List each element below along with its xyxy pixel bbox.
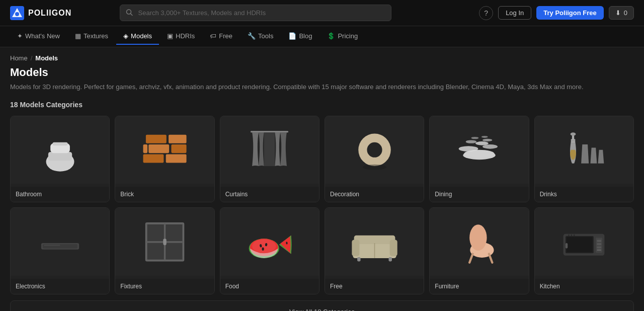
nav-textures-label: Textures xyxy=(84,32,108,40)
svg-line-59 xyxy=(489,254,492,262)
svg-point-44 xyxy=(252,239,276,253)
login-button[interactable]: Log In xyxy=(498,6,531,20)
svg-point-20 xyxy=(362,165,386,170)
category-curtains-image xyxy=(220,116,319,184)
svg-rect-55 xyxy=(388,257,391,262)
category-electronics[interactable]: Electronics xyxy=(10,207,110,294)
svg-rect-10 xyxy=(166,154,187,163)
download-button[interactable]: ⬇ 0 xyxy=(609,6,634,20)
category-drinks-label: Drinks xyxy=(535,187,633,202)
svg-point-19 xyxy=(367,142,382,158)
page-title: Models xyxy=(10,66,634,79)
nav-blog-label: Blog xyxy=(299,32,312,40)
category-bathroom-label: Bathroom xyxy=(11,187,109,202)
svg-rect-52 xyxy=(389,240,397,256)
nav-whats-new-label: What's New xyxy=(25,32,60,40)
whats-new-icon: ✦ xyxy=(17,32,23,40)
svg-rect-68 xyxy=(597,250,602,251)
nav-free-label: Free xyxy=(219,32,232,40)
svg-rect-37 xyxy=(147,224,164,241)
breadcrumb-current: Models xyxy=(35,54,58,62)
textures-icon: ▦ xyxy=(75,32,81,40)
category-electronics-label: Electronics xyxy=(11,279,109,294)
download-icon: ⬇ xyxy=(615,9,621,17)
blog-icon: 📄 xyxy=(288,32,296,40)
main-nav: ✦ What's New ▦ Textures ◈ Models ▣ HDRIs… xyxy=(0,26,644,47)
svg-point-25 xyxy=(475,142,489,146)
header-actions: ? Log In Try Poliigon Free ⬇ 0 xyxy=(479,6,634,20)
svg-point-24 xyxy=(482,144,498,149)
svg-rect-66 xyxy=(597,243,602,245)
nav-models[interactable]: ◈ Models xyxy=(116,28,159,45)
try-free-button[interactable]: Try Poliigon Free xyxy=(536,6,603,20)
svg-point-2 xyxy=(15,12,19,16)
svg-rect-50 xyxy=(354,236,395,244)
view-all-button[interactable]: View All 18 Categories xyxy=(10,300,634,311)
category-curtains-label: Curtains xyxy=(220,187,319,202)
svg-rect-14 xyxy=(146,135,167,143)
category-free[interactable]: Free xyxy=(325,207,424,294)
category-fixtures-image xyxy=(115,208,214,275)
category-food[interactable]: Food xyxy=(220,207,319,294)
nav-whats-new[interactable]: ✦ What's New xyxy=(10,28,67,45)
svg-rect-41 xyxy=(163,239,166,245)
category-furniture[interactable]: Furniture xyxy=(429,207,529,294)
search-container xyxy=(120,5,391,21)
category-brick[interactable]: Brick xyxy=(115,116,214,202)
section-label: 18 Models Categories xyxy=(10,101,634,109)
svg-rect-16 xyxy=(251,131,288,133)
nav-hdris-label: HDRIs xyxy=(176,32,195,40)
svg-rect-9 xyxy=(143,154,164,163)
category-grid: Bathroom Brick xyxy=(10,116,634,294)
nav-textures[interactable]: ▦ Textures xyxy=(68,28,115,45)
category-decoration[interactable]: Decoration xyxy=(325,116,424,202)
nav-free[interactable]: 🏷 Free xyxy=(203,28,239,45)
svg-point-32 xyxy=(571,133,576,136)
svg-rect-54 xyxy=(357,257,360,262)
category-decoration-image xyxy=(325,116,424,184)
models-icon: ◈ xyxy=(123,32,128,40)
nav-pricing[interactable]: 💲 Pricing xyxy=(320,28,365,45)
category-fixtures[interactable]: Fixtures xyxy=(115,207,214,294)
breadcrumb-sep: / xyxy=(31,54,33,62)
help-button[interactable]: ? xyxy=(479,6,493,20)
category-dining[interactable]: Dining xyxy=(429,116,529,202)
category-drinks[interactable]: Drinks xyxy=(534,116,634,202)
hdris-icon: ▣ xyxy=(167,32,173,40)
nav-blog[interactable]: 📄 Blog xyxy=(281,28,319,45)
category-curtains[interactable]: Curtains xyxy=(220,116,319,202)
svg-rect-65 xyxy=(597,240,602,242)
category-dining-label: Dining xyxy=(430,187,528,202)
nav-tools[interactable]: 🔧 Tools xyxy=(240,28,280,45)
category-bathroom-image xyxy=(11,116,109,184)
category-kitchen-label: Kitchen xyxy=(535,279,633,294)
breadcrumb: Home / Models xyxy=(0,47,644,66)
svg-rect-62 xyxy=(567,237,593,252)
logo-icon xyxy=(10,6,24,20)
svg-line-58 xyxy=(469,254,472,262)
logo[interactable]: POLIIGON xyxy=(10,6,71,20)
svg-point-29 xyxy=(481,136,488,138)
category-furniture-label: Furniture xyxy=(430,279,528,294)
breadcrumb-home[interactable]: Home xyxy=(10,54,28,62)
free-nav-icon: 🏷 xyxy=(210,32,216,40)
category-food-label: Food xyxy=(220,279,319,294)
category-brick-image xyxy=(115,116,214,184)
svg-rect-63 xyxy=(566,243,568,249)
category-brick-label: Brick xyxy=(115,187,214,202)
logo-text: POLIIGON xyxy=(28,9,71,18)
category-fixtures-label: Fixtures xyxy=(115,279,214,294)
category-bathroom[interactable]: Bathroom xyxy=(10,116,110,202)
category-kitchen[interactable]: Kitchen xyxy=(534,207,634,294)
svg-rect-12 xyxy=(171,144,186,153)
search-icon xyxy=(126,9,133,17)
svg-point-57 xyxy=(469,224,487,251)
svg-rect-51 xyxy=(352,240,359,256)
nav-hdris[interactable]: ▣ HDRIs xyxy=(160,28,202,45)
category-food-image xyxy=(220,208,319,275)
svg-rect-17 xyxy=(264,133,275,167)
category-decoration-label: Decoration xyxy=(325,187,424,202)
search-input[interactable] xyxy=(120,5,391,21)
category-dining-image xyxy=(430,116,528,184)
page-description: Models for 3D rendering. Perfect for gam… xyxy=(10,83,634,91)
